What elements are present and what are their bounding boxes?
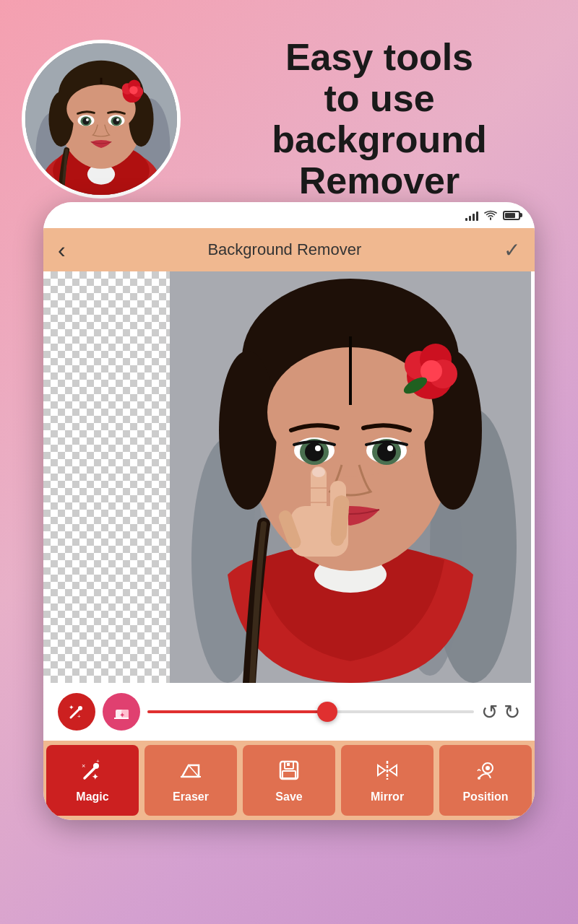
svg-point-46	[315, 445, 321, 451]
svg-rect-83	[287, 763, 290, 766]
wand-icon: ✦ +	[67, 702, 86, 721]
phone-mockup: ‹ Background Remover ✓	[43, 202, 535, 820]
svg-marker-86	[389, 765, 397, 775]
svg-marker-85	[378, 765, 385, 775]
svg-text:✦: ✦	[69, 704, 74, 711]
svg-point-88	[486, 766, 490, 770]
magic-icon: ✦ × +	[80, 758, 105, 788]
eraser-tool-tab[interactable]: Eraser	[144, 745, 237, 816]
svg-text:+: +	[96, 758, 100, 764]
svg-point-18	[82, 118, 90, 125]
wifi-icon	[484, 210, 497, 220]
svg-point-44	[305, 443, 324, 461]
confirm-button[interactable]: ✓	[504, 238, 520, 262]
save-floppy-icon	[277, 758, 301, 783]
magic-label: Magic	[76, 790, 108, 803]
eraser-svg-icon	[178, 758, 203, 783]
slider-fill	[147, 710, 327, 713]
eraser-tool-button[interactable]: ✦	[103, 693, 140, 731]
save-label: Save	[275, 790, 302, 803]
undo-button[interactable]: ↺	[481, 700, 498, 724]
magic-tool-button[interactable]: ✦ +	[58, 693, 95, 731]
svg-point-47	[387, 445, 393, 451]
slider-track	[147, 710, 474, 713]
svg-point-21	[116, 118, 119, 121]
phone-header: ‹ Background Remover ✓	[43, 228, 535, 271]
top-section: Easy tools to use background Remover	[0, 0, 578, 231]
canvas-area	[43, 271, 535, 683]
app-title: Background Remover	[66, 240, 504, 259]
bottom-toolbar: ✦ × + Magic Eraser	[43, 741, 535, 820]
mirror-tool-tab[interactable]: Mirror	[341, 745, 434, 816]
eraser-icon	[178, 758, 203, 788]
svg-point-20	[86, 118, 89, 121]
eraser-circle-icon: ✦	[112, 702, 131, 721]
svg-point-19	[113, 118, 120, 125]
avatar	[22, 40, 181, 199]
mirror-icon	[375, 758, 400, 788]
svg-point-89	[478, 777, 480, 780]
brush-size-slider[interactable]	[147, 693, 474, 731]
svg-text:✦: ✦	[119, 711, 125, 719]
svg-line-78	[189, 765, 199, 777]
svg-point-26	[129, 86, 137, 94]
svg-point-65	[78, 706, 82, 710]
magic-wand-icon: ✦ × +	[80, 758, 105, 783]
canvas-image	[166, 271, 535, 683]
svg-point-37	[219, 351, 277, 510]
mirror-svg-icon	[375, 758, 400, 783]
redo-button[interactable]: ↻	[504, 700, 520, 724]
mirror-label: Mirror	[371, 790, 404, 803]
avatar-image	[25, 43, 177, 195]
back-button[interactable]: ‹	[58, 237, 66, 263]
slider-thumb[interactable]	[317, 702, 337, 722]
save-icon	[277, 758, 301, 788]
svg-point-45	[377, 443, 396, 461]
battery-icon	[503, 211, 520, 220]
save-tool-tab[interactable]: Save	[243, 745, 335, 816]
undo-redo-group: ↺ ↻	[481, 700, 520, 724]
position-tool-tab[interactable]: Position	[439, 745, 532, 816]
eraser-label: Eraser	[173, 790, 209, 803]
svg-text:×: ×	[82, 762, 85, 770]
svg-rect-82	[282, 771, 296, 778]
svg-text:✦: ✦	[92, 772, 98, 781]
status-bar	[43, 202, 535, 228]
toolbar-area: ✦ + ✦ ↺ ↻	[43, 683, 535, 741]
position-icon	[473, 758, 498, 788]
signal-icon	[465, 209, 478, 221]
position-label: Position	[462, 790, 508, 803]
tagline: Easy tools to use background Remover	[181, 37, 556, 202]
magic-tool-tab[interactable]: ✦ × + Magic	[46, 745, 139, 816]
position-svg-icon	[473, 758, 498, 783]
svg-text:+: +	[77, 713, 81, 720]
